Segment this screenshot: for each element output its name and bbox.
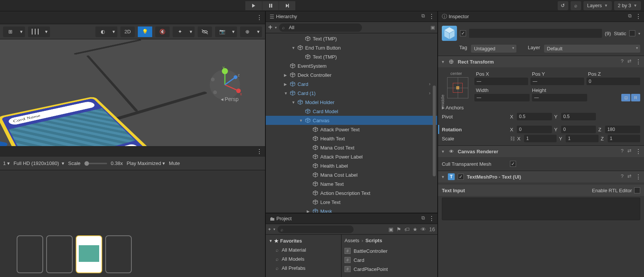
width-input[interactable]: — — [474, 94, 530, 101]
blueprint-mode-button[interactable]: ⊡ — [621, 94, 630, 101]
layers-dropdown[interactable]: Layers▼ — [583, 1, 612, 10]
tag-dropdown[interactable]: Untagged — [471, 45, 516, 53]
posz-input[interactable]: 0 — [586, 78, 640, 85]
rotation-z-input[interactable]: 180 — [605, 126, 640, 133]
tmp-enabled-checkbox[interactable] — [458, 174, 464, 180]
component-menu-icon[interactable]: ⋮ — [635, 148, 641, 155]
preset-icon[interactable]: ⇄ — [627, 148, 632, 155]
layout-dropdown[interactable]: 2 by 3▼ — [614, 1, 641, 10]
hierarchy-item[interactable]: ▶Deck Controller — [266, 70, 437, 79]
canvas-renderer-header[interactable]: ▼ 👁 Canvas Renderer ?⇄⋮ — [438, 146, 644, 157]
active-checkbox[interactable] — [460, 30, 466, 36]
hierarchy-scrollbar[interactable] — [432, 33, 437, 213]
play-mode-dropdown[interactable]: Play Maximized ▾ — [126, 160, 165, 166]
mute-toggle[interactable]: Mute — [169, 160, 180, 166]
fx-toggle-icon[interactable]: ✦ — [173, 26, 187, 37]
resolution-dropdown[interactable]: Full HD (1920x1080) ▾ — [14, 160, 64, 166]
hierarchy-menu-icon[interactable]: ⋮ — [429, 13, 434, 20]
perspective-label[interactable]: ◂ Persp — [221, 96, 239, 102]
help-icon[interactable]: ? — [621, 148, 624, 155]
rotation-x-input[interactable]: 0 — [517, 126, 552, 133]
favorite-item[interactable]: ⌕All Material — [269, 245, 338, 254]
hierarchy-search-input[interactable] — [279, 23, 362, 32]
script-asset[interactable]: #BattleController — [345, 246, 434, 255]
rotation-y-input[interactable]: 0 — [561, 126, 596, 133]
display-dropdown[interactable]: 1 ▾ — [3, 160, 10, 166]
inspector-tab[interactable]: ⓘ Inspector ⧉ ⋮ — [438, 11, 644, 22]
project-assets[interactable]: Assets › Scripts #BattleController#Card#… — [341, 235, 437, 277]
lock-icon[interactable]: ⧉ — [628, 13, 632, 20]
rect-transform-header[interactable]: ▼ Rect Transform ?⇄⋮ — [438, 56, 644, 67]
hierarchy-item[interactable]: Name Text — [266, 179, 437, 188]
camera-dropdown[interactable]: ▾ — [229, 26, 237, 37]
tool-grid-icon[interactable]: ⊞ — [3, 26, 17, 37]
hierarchy-item[interactable]: Mana Cost Text — [266, 143, 437, 152]
hierarchy-tab[interactable]: ☰ Hierarchy ⧉ ⋮ — [266, 11, 437, 22]
lighting-toggle-icon[interactable]: 💡 — [138, 26, 152, 37]
posx-input[interactable]: — — [474, 78, 528, 85]
pivot-y-input[interactable]: 0.5 — [561, 113, 596, 120]
script-asset[interactable]: #Card — [345, 255, 434, 265]
cull-checkbox[interactable] — [510, 161, 516, 167]
tool-snap-icon[interactable]: ┃┃┃ — [28, 26, 42, 37]
fx-dropdown[interactable]: ▾ — [187, 26, 195, 37]
hierarchy-item[interactable]: ▼Model Holder — [266, 98, 437, 107]
hidden-toggle-icon[interactable]: 👁 — [421, 226, 426, 232]
hierarchy-item[interactable]: ▶Mask — [266, 207, 437, 213]
create-asset-dropdown[interactable]: + — [268, 226, 271, 232]
script-asset[interactable]: #CardPlacePoint — [345, 265, 434, 274]
scene-menu-icon[interactable]: ⋮ — [256, 14, 262, 21]
favorite-item[interactable]: ⌕All Models — [269, 254, 338, 263]
hierarchy-item[interactable]: Lore Text — [266, 198, 437, 207]
tool-grid-dropdown[interactable]: ▾ — [17, 26, 25, 37]
detach-icon[interactable]: ⧉ — [421, 13, 425, 20]
pause-button[interactable] — [262, 1, 279, 10]
camera-icon[interactable]: 📷 — [215, 26, 229, 37]
save-search-icon[interactable]: 🏷 — [404, 226, 410, 232]
scale-y-input[interactable]: 1 — [566, 135, 598, 142]
raw-mode-button[interactable]: R — [631, 94, 640, 101]
undo-history-icon[interactable]: ↺ — [558, 1, 568, 10]
project-search-input[interactable] — [278, 226, 354, 233]
hierarchy-item[interactable]: EventSystem — [266, 61, 437, 70]
inspector-menu-icon[interactable]: ⋮ — [635, 13, 641, 20]
shading-mode-icon[interactable]: ◐ — [95, 26, 110, 37]
detach-icon[interactable]: ⧉ — [421, 215, 425, 222]
hierarchy-item[interactable]: Text (TMP) — [266, 52, 437, 61]
height-input[interactable]: — — [532, 94, 587, 101]
create-chevron-icon[interactable]: ▾ — [273, 227, 275, 231]
tool-snap-dropdown[interactable]: ▾ — [42, 26, 50, 37]
project-menu-icon[interactable]: ⋮ — [429, 215, 434, 222]
preset-icon[interactable]: ⇄ — [627, 58, 632, 65]
hierarchy-item[interactable]: Attack Power Text — [266, 125, 437, 134]
hierarchy-item[interactable]: Card Model — [266, 107, 437, 116]
hierarchy-tree[interactable]: Text (TMP)▼End Turn ButtonText (TMP)Even… — [266, 33, 437, 213]
hierarchy-item[interactable]: Action Description Text — [266, 188, 437, 198]
gameobject-name-input[interactable] — [469, 29, 602, 38]
static-checkbox[interactable] — [629, 30, 635, 36]
project-tab[interactable]: 🖿 Project ⧉ ⋮ — [266, 213, 437, 224]
project-folders[interactable]: ▼★ Favorites ⌕All Material⌕All Models⌕Al… — [266, 235, 341, 277]
shading-dropdown[interactable]: ▾ — [110, 26, 117, 37]
create-dropdown[interactable]: + — [268, 23, 273, 32]
anchors-foldout[interactable]: Anchors — [446, 105, 514, 110]
filter-by-label-icon[interactable]: ⚑ — [396, 226, 401, 232]
rtl-checkbox[interactable] — [634, 187, 640, 193]
hierarchy-item[interactable]: Attack Power Label — [266, 152, 437, 161]
hierarchy-item[interactable]: Text (TMP) — [266, 34, 437, 43]
scale-z-input[interactable]: 1 — [608, 135, 640, 142]
component-menu-icon[interactable]: ⋮ — [635, 173, 641, 181]
filter-by-type-icon[interactable]: ▣ — [388, 226, 393, 232]
visibility-toggle-icon[interactable] — [198, 26, 212, 37]
help-icon[interactable]: ? — [621, 58, 624, 65]
game-view[interactable] — [0, 170, 265, 277]
textmeshpro-header[interactable]: ▼ T TextMeshPro - Text (UI) ?⇄⋮ — [438, 171, 644, 182]
constrain-scale-icon[interactable]: ⛓ — [510, 136, 515, 142]
hierarchy-item[interactable]: ▼End Turn Button — [266, 43, 437, 52]
search-filter-icon[interactable]: ▣ — [430, 25, 435, 30]
preset-icon[interactable]: ⇄ — [627, 173, 632, 181]
scale-x-input[interactable]: 1 — [524, 135, 557, 142]
hierarchy-item[interactable]: ▶Card› — [266, 79, 437, 89]
breadcrumb[interactable]: Assets › Scripts — [345, 236, 434, 246]
component-menu-icon[interactable]: ⋮ — [635, 58, 641, 65]
